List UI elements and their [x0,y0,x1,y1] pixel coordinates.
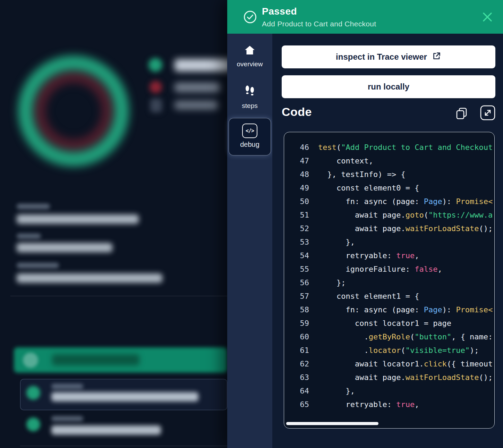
horizontal-scrollbar[interactable] [286,422,378,425]
line-content: const element0 = { [318,181,419,195]
line-number: 57 [284,289,309,303]
code-section-title: Code [282,105,312,119]
code-line: 56 }; [284,276,494,289]
code-line: 51 await page.goto("https://www.a [284,208,494,222]
home-icon [244,45,256,57]
tab-overview-label: overview [237,60,263,68]
code-line: 47 context, [284,154,494,168]
legend-skipped-text-blur [174,101,218,110]
line-number: 49 [284,181,309,195]
code-line: 53 }, [284,235,494,249]
code-line: 54 retryable: true, [284,249,494,262]
code-line: 59 const locator1 = page [284,316,494,330]
tab-debug-label: debug [240,141,259,149]
run-button-label: run locally [368,82,409,92]
line-number: 64 [284,384,309,398]
banner-text-blur [52,354,139,365]
inspect-button-label: inspect in Trace viewer [336,52,427,62]
code-line: 64 }, [284,384,494,398]
meta-value-blur [17,273,162,283]
expand-code-icon[interactable] [480,105,496,121]
line-content: ignoreFailure: false, [318,262,442,276]
line-number: 51 [284,208,309,222]
line-number: 60 [284,330,309,344]
legend-failed-dot [150,81,162,93]
line-number: 65 [284,398,309,411]
line-content: context, [318,154,373,168]
meta-label-blur [17,263,59,268]
meta-value-blur [17,243,112,252]
code-line: 50 fn: async (page: Page): Promise< [284,195,494,208]
line-number: 58 [284,303,309,316]
meta-value-blur [17,214,139,224]
line-content: }, [318,235,355,249]
line-content: retryable: true, [318,398,419,411]
row-status-dot [26,386,40,400]
code-line: 55 ignoreFailure: false, [284,262,494,276]
line-content: .locator("visible=true"); [318,344,479,357]
meta-label-blur [17,234,41,239]
code-line: 46test("Add Product to Cart and Checkout [284,141,494,154]
code-editor[interactable]: 46test("Add Product to Cart and Checkout… [284,132,495,429]
donut-failed-ring [35,72,112,150]
line-content: retryable: true, [318,249,419,262]
code-line: 63 await page.waitForLoadState(); [284,371,494,384]
line-number: 53 [284,235,309,249]
external-link-icon [432,51,441,63]
line-content: }; [318,276,346,289]
close-icon[interactable] [481,10,494,24]
row-title-blur [51,392,198,401]
legend-passed-dot [148,58,162,72]
line-number: 61 [284,344,309,357]
line-number: 63 [284,371,309,384]
code-line: 49 const element0 = { [284,181,494,195]
line-content: fn: async (page: Page): Promise< [318,195,493,208]
status-title: Passed [262,6,297,17]
code-line: 65 retryable: true, [284,398,494,411]
results-donut-chart [18,56,129,167]
line-content: await page.waitForLoadState(); [318,222,493,235]
tab-steps-label: steps [242,102,257,110]
tab-debug[interactable]: </> debug [229,118,271,155]
app-root: Passed Add Product to Cart and Checkout … [0,0,503,448]
line-number: 48 [284,168,309,181]
line-number: 54 [284,249,309,262]
line-content: await page.goto("https://www.a [318,208,493,222]
line-number: 46 [284,141,309,154]
panel-nav-rail: overview steps </> debug [227,34,272,448]
code-line: 58 fn: async (page: Page): Promise< [284,303,494,316]
line-number: 47 [284,154,309,168]
line-number: 56 [284,276,309,289]
tab-steps[interactable]: steps [227,85,272,110]
code-lines: 46test("Add Product to Cart and Checkout… [284,141,494,411]
row-title-blur [51,425,161,435]
line-content: fn: async (page: Page): Promise< [318,303,493,316]
panel-content: inspect in Trace viewer run locally Code [272,34,503,448]
code-line: 52 await page.waitForLoadState(); [284,222,494,235]
line-content: }, testInfo) => { [318,168,406,181]
code-icon: </> [242,124,257,138]
line-content: test("Add Product to Cart and Checkout [318,141,493,154]
line-number: 59 [284,316,309,330]
code-line: 48 }, testInfo) => { [284,168,494,181]
line-content: await page.waitForLoadState(); [318,371,493,384]
row-label-blur [51,384,83,389]
line-number: 55 [284,262,309,276]
test-name-subtitle: Add Product to Cart and Checkout [262,20,376,28]
legend-skipped-icon [150,99,162,112]
divider [20,446,227,446]
copy-code-icon[interactable] [455,107,468,120]
line-number: 52 [284,222,309,235]
inspect-trace-viewer-button[interactable]: inspect in Trace viewer [282,45,495,68]
panel-header: Passed Add Product to Cart and Checkout [227,0,503,34]
line-content: }, [318,384,355,398]
run-locally-button[interactable]: run locally [282,75,495,98]
line-content: await locator1.click({ timeout [318,357,493,371]
legend-failed-text-blur [174,83,220,92]
line-number: 62 [284,357,309,371]
code-line: 62 await locator1.click({ timeout [284,357,494,371]
test-detail-panel: Passed Add Product to Cart and Checkout … [227,0,503,448]
tab-overview[interactable]: overview [227,45,272,68]
divider [10,296,227,296]
check-circle-icon [243,10,257,24]
